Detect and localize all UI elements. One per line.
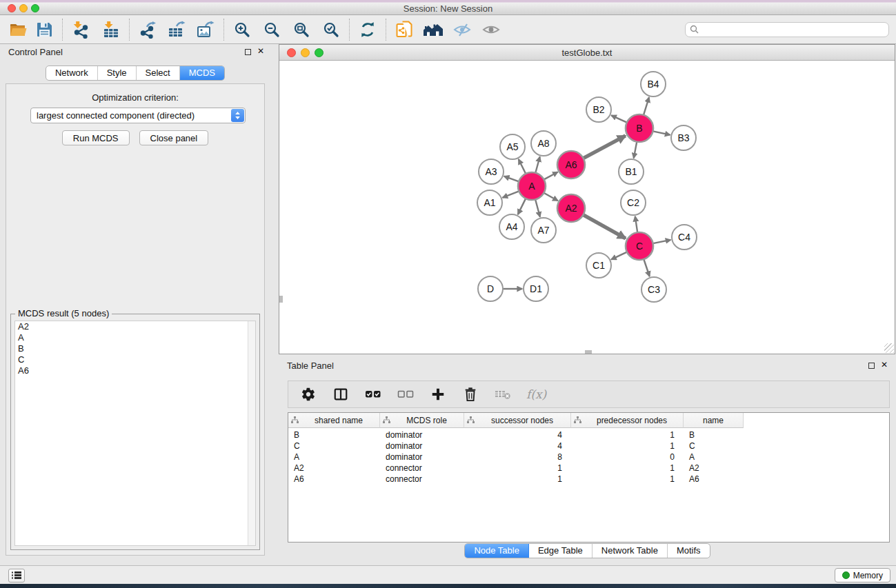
table-settings-gear-icon[interactable] xyxy=(299,385,317,403)
tab-select[interactable]: Select xyxy=(137,66,180,80)
cell[interactable]: 1 xyxy=(571,440,684,452)
export-network-icon[interactable] xyxy=(137,19,158,41)
edge-A-A8[interactable] xyxy=(535,156,539,172)
cell[interactable]: C xyxy=(684,440,744,452)
cell[interactable]: A2 xyxy=(684,463,744,474)
node-D[interactable]: D xyxy=(478,276,503,301)
zoom-fit-icon[interactable] xyxy=(291,19,312,41)
node-A1[interactable]: A1 xyxy=(477,190,502,215)
edge-C-C1[interactable] xyxy=(611,252,627,260)
cell[interactable]: B xyxy=(684,429,744,440)
import-table-icon[interactable] xyxy=(101,19,121,41)
node-C[interactable]: C xyxy=(626,232,653,260)
edge-B-B2[interactable] xyxy=(611,115,627,122)
node-A5[interactable]: A5 xyxy=(500,134,525,159)
cell[interactable]: 1 xyxy=(464,463,571,474)
edge-A2-C[interactable] xyxy=(584,215,626,239)
node-C2[interactable]: C2 xyxy=(621,190,646,215)
node-A6[interactable]: A6 xyxy=(557,151,585,179)
cell[interactable]: dominator xyxy=(380,429,464,440)
save-session-icon[interactable] xyxy=(34,19,54,41)
cell[interactable]: 8 xyxy=(464,452,571,463)
import-network-icon[interactable] xyxy=(70,19,91,41)
edge-A-A3[interactable] xyxy=(504,176,519,182)
network-graph[interactable]: AA1A2A3A4A5A6A7A8BB1B2B3B4CC1C2C3C4DD1 xyxy=(279,61,895,354)
cell[interactable]: A xyxy=(288,452,380,463)
cell[interactable]: 4 xyxy=(464,440,571,452)
cell[interactable]: connector xyxy=(380,474,464,485)
cell[interactable]: 1 xyxy=(571,463,684,474)
node-D1[interactable]: D1 xyxy=(524,276,548,301)
node-A7[interactable]: A7 xyxy=(531,218,556,243)
node-A3[interactable]: A3 xyxy=(479,159,504,184)
cell[interactable]: A xyxy=(684,452,744,463)
edge-B-B4[interactable] xyxy=(644,97,649,115)
column-header-successor-nodes[interactable]: successor nodes xyxy=(464,413,571,428)
edge-A-A6[interactable] xyxy=(544,172,558,180)
close-panel-icon[interactable]: ✕ xyxy=(881,360,888,369)
memory-button[interactable]: Memory xyxy=(835,568,890,582)
node-C3[interactable]: C3 xyxy=(641,277,666,302)
export-table-icon[interactable] xyxy=(166,19,187,41)
cell[interactable]: connector xyxy=(380,463,464,474)
node-C1[interactable]: C1 xyxy=(586,253,611,278)
table-row[interactable]: Bdominator41B xyxy=(288,429,889,440)
float-panel-icon[interactable] xyxy=(245,49,251,55)
hide-selected-eye-icon[interactable] xyxy=(452,19,472,41)
column-header-MCDS-role[interactable]: MCDS role xyxy=(380,413,464,428)
tab-network-table[interactable]: Network Table xyxy=(593,544,668,558)
table-row[interactable]: Adominator80A xyxy=(288,452,889,463)
edge-C-C3[interactable] xyxy=(644,259,649,276)
tab-mcds[interactable]: MCDS xyxy=(180,66,224,80)
edge-A-A5[interactable] xyxy=(519,159,526,174)
deselect-all-checkboxes-icon[interactable] xyxy=(397,385,415,403)
cell[interactable]: dominator xyxy=(380,452,464,463)
tab-style[interactable]: Style xyxy=(98,66,137,80)
task-history-button[interactable] xyxy=(8,569,25,582)
mcds-result-item[interactable]: A2 xyxy=(15,321,255,332)
edge-A-A2[interactable] xyxy=(544,193,557,201)
clone-network-icon[interactable] xyxy=(394,19,415,41)
edge-A-A7[interactable] xyxy=(535,199,540,216)
edge-A6-B[interactable] xyxy=(584,136,626,159)
cell[interactable]: 1 xyxy=(571,474,684,485)
node-A2[interactable]: A2 xyxy=(557,194,585,222)
edge-A-A4[interactable] xyxy=(518,199,526,214)
node-A8[interactable]: A8 xyxy=(531,131,556,156)
mcds-result-item[interactable]: C xyxy=(15,354,255,365)
cell[interactable]: 0 xyxy=(571,452,684,463)
node-B3[interactable]: B3 xyxy=(671,125,696,150)
edge-C-C4[interactable] xyxy=(653,240,671,243)
node-B2[interactable]: B2 xyxy=(586,97,611,122)
edge-B-B1[interactable] xyxy=(634,142,637,159)
select-all-checkboxes-icon[interactable] xyxy=(364,385,382,403)
close-panel-icon[interactable]: ✕ xyxy=(257,46,264,56)
run-mcds-button[interactable]: Run MCDS xyxy=(62,130,130,145)
cell[interactable]: A6 xyxy=(288,474,380,485)
column-header-shared-name[interactable]: shared name xyxy=(288,413,380,428)
table-row[interactable]: A2connector11A2 xyxy=(288,463,889,474)
export-image-icon[interactable] xyxy=(195,19,216,41)
cell[interactable]: A2 xyxy=(288,463,380,474)
delete-column-trash-icon[interactable] xyxy=(461,385,479,403)
column-header-name[interactable]: name xyxy=(684,413,744,428)
add-column-icon[interactable] xyxy=(429,385,447,403)
cell[interactable]: B xyxy=(288,429,380,440)
result-list-scrollbar[interactable] xyxy=(248,321,255,545)
open-file-icon[interactable] xyxy=(8,19,28,41)
float-panel-icon[interactable] xyxy=(868,363,875,369)
cell[interactable]: 1 xyxy=(571,429,684,440)
resize-grip[interactable] xyxy=(884,343,894,353)
mcds-result-item[interactable]: A xyxy=(15,332,255,343)
network-canvas[interactable]: AA1A2A3A4A5A6A7A8BB1B2B3B4CC1C2C3C4DD1 xyxy=(279,61,895,354)
canvas-horizontal-scroll-thumb[interactable] xyxy=(585,350,592,354)
criterion-dropdown[interactable]: largest connected component (directed) xyxy=(30,108,246,123)
zoom-selected-icon[interactable] xyxy=(321,19,341,41)
edge-A-A1[interactable] xyxy=(503,191,519,197)
cell[interactable]: 1 xyxy=(464,474,571,485)
mcds-result-item[interactable]: B xyxy=(15,343,255,354)
node-B1[interactable]: B1 xyxy=(619,159,644,184)
network-overview-home-icon[interactable] xyxy=(423,19,444,41)
node-B[interactable]: B xyxy=(626,114,653,142)
node-B4[interactable]: B4 xyxy=(641,72,666,97)
